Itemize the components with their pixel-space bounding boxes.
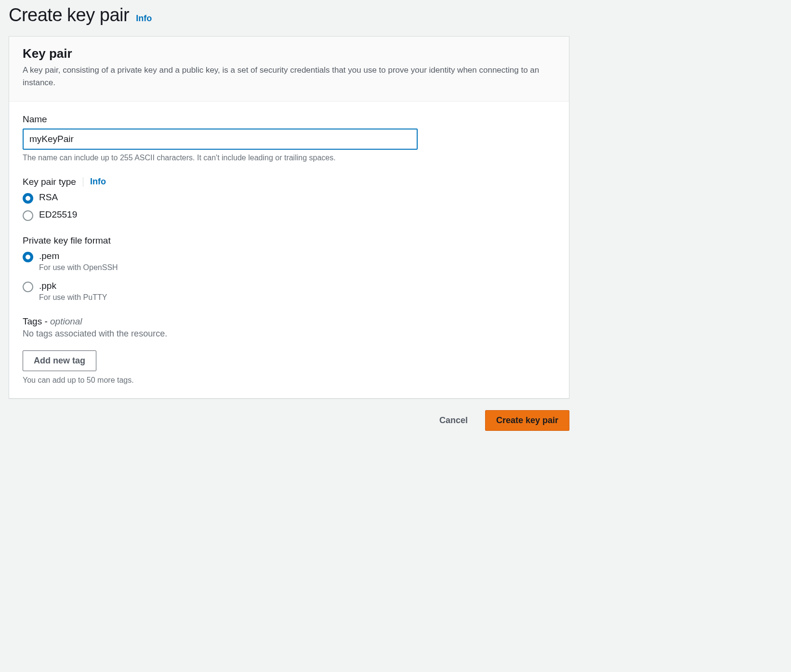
radio-icon xyxy=(23,282,33,292)
name-hint: The name can include up to 255 ASCII cha… xyxy=(23,154,555,162)
radio-option-rsa[interactable]: RSA xyxy=(23,192,555,204)
footer-actions: Cancel Create key pair xyxy=(9,399,569,431)
radio-icon xyxy=(23,252,33,262)
info-link-header[interactable]: Info xyxy=(136,13,152,24)
radio-option-ed25519[interactable]: ED25519 xyxy=(23,209,555,221)
radio-description: For use with PuTTY xyxy=(39,293,107,302)
key-pair-type-label: Key pair type xyxy=(23,177,76,187)
tags-empty-text: No tags associated with the resource. xyxy=(23,329,555,339)
create-key-pair-button[interactable]: Create key pair xyxy=(485,410,569,431)
key-pair-panel: Key pair A key pair, consisting of a pri… xyxy=(9,36,569,399)
tags-label: Tags - optional xyxy=(23,316,82,327)
tags-field: Tags - optional No tags associated with … xyxy=(23,316,555,385)
radio-icon xyxy=(23,193,33,204)
add-new-tag-button[interactable]: Add new tag xyxy=(23,350,96,371)
cancel-button[interactable]: Cancel xyxy=(429,410,478,431)
radio-label: .pem xyxy=(39,251,118,261)
tags-limit-text: You can add up to 50 more tags. xyxy=(23,376,555,385)
panel-title: Key pair xyxy=(23,46,555,61)
info-link-type[interactable]: Info xyxy=(90,177,106,187)
radio-label: RSA xyxy=(39,192,58,203)
divider xyxy=(83,177,83,187)
radio-option-ppk[interactable]: .ppk For use with PuTTY xyxy=(23,281,555,302)
panel-description: A key pair, consisting of a private key … xyxy=(23,64,555,90)
tags-optional-text: optional xyxy=(50,316,82,326)
panel-header: Key pair A key pair, consisting of a pri… xyxy=(9,37,569,102)
tags-label-text: Tags - xyxy=(23,316,50,326)
radio-label: ED25519 xyxy=(39,209,77,220)
name-label: Name xyxy=(23,114,47,125)
radio-option-pem[interactable]: .pem For use with OpenSSH xyxy=(23,251,555,272)
page-title: Create key pair xyxy=(9,5,129,26)
key-pair-type-field: Key pair type Info RSA ED25519 xyxy=(23,177,555,221)
name-input[interactable] xyxy=(23,129,418,150)
file-format-field: Private key file format .pem For use wit… xyxy=(23,235,555,302)
name-field: Name The name can include up to 255 ASCI… xyxy=(23,114,555,162)
page-header: Create key pair Info xyxy=(9,0,569,36)
file-format-label: Private key file format xyxy=(23,235,111,246)
radio-icon xyxy=(23,210,33,221)
radio-description: For use with OpenSSH xyxy=(39,263,118,272)
radio-label: .ppk xyxy=(39,281,107,291)
